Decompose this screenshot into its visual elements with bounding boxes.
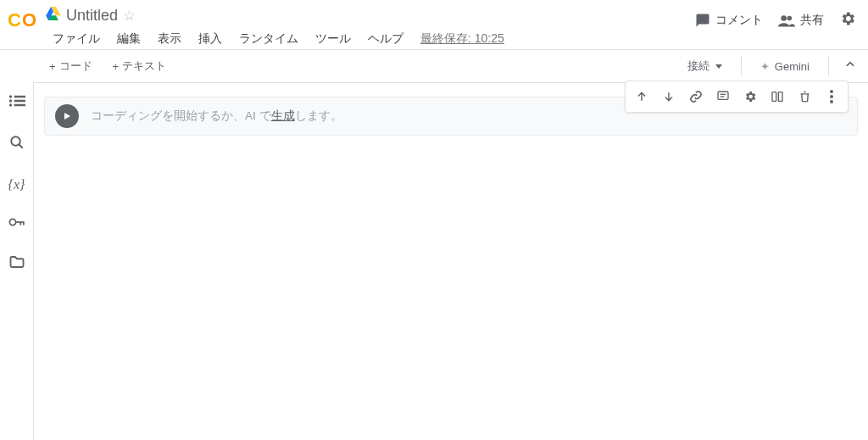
svg-line-9: [19, 144, 23, 148]
svg-rect-3: [14, 96, 25, 98]
connect-label: 接続: [687, 58, 709, 74]
delete-icon[interactable]: [792, 84, 817, 109]
share-button[interactable]: 共有: [778, 13, 824, 28]
menu-runtime[interactable]: ランタイム: [232, 29, 305, 49]
code-placeholder[interactable]: コーディングを開始するか、AI で生成します。: [91, 109, 342, 124]
add-text-label: テキスト: [122, 58, 166, 74]
svg-rect-5: [14, 100, 25, 103]
menu-insert[interactable]: 挿入: [192, 29, 229, 49]
move-down-icon[interactable]: [656, 84, 682, 109]
drive-icon: [46, 7, 61, 24]
svg-point-21: [830, 100, 833, 103]
colab-logo[interactable]: CO: [7, 5, 37, 36]
gemini-label: Gemini: [775, 60, 810, 73]
add-text-button[interactable]: + テキスト: [108, 55, 172, 77]
svg-point-2: [8, 95, 11, 97]
menu-file[interactable]: ファイル: [46, 29, 107, 49]
placeholder-post: します。: [295, 109, 342, 122]
menubar: ファイル 編集 表示 挿入 ランタイム ツール ヘルプ 最終保存: 10:25: [46, 29, 695, 49]
cell-toolbar: [625, 81, 849, 113]
add-code-button[interactable]: + コード: [44, 55, 97, 77]
files-icon[interactable]: [9, 255, 25, 272]
code-cell[interactable]: コーディングを開始するか、AI で生成します。: [44, 97, 858, 136]
sparkle-icon: ✦: [760, 60, 770, 73]
add-code-label: コード: [59, 58, 92, 74]
secrets-icon[interactable]: [8, 216, 25, 231]
search-icon[interactable]: [9, 135, 25, 153]
svg-point-20: [830, 95, 833, 98]
comment-icon[interactable]: [710, 84, 736, 109]
mirror-icon[interactable]: [765, 84, 790, 109]
generate-link[interactable]: 生成: [271, 109, 295, 122]
settings-icon[interactable]: [839, 10, 856, 31]
svg-point-8: [11, 136, 20, 146]
placeholder-pre: コーディングを開始するか、AI で: [91, 109, 271, 122]
star-icon[interactable]: ☆: [123, 7, 136, 25]
divider: [741, 56, 742, 76]
document-title[interactable]: Untitled: [66, 7, 118, 25]
share-label: 共有: [800, 13, 824, 28]
menu-tools[interactable]: ツール: [309, 29, 358, 49]
menu-view[interactable]: 表示: [151, 29, 188, 49]
svg-point-4: [8, 99, 11, 102]
svg-point-0: [781, 15, 787, 21]
comment-button[interactable]: コメント: [695, 13, 763, 28]
cell-settings-icon[interactable]: [737, 84, 763, 109]
collapse-button[interactable]: [841, 55, 860, 77]
last-saved[interactable]: 最終保存: 10:25: [414, 29, 511, 49]
comment-label: コメント: [715, 13, 763, 28]
svg-point-6: [8, 103, 11, 106]
svg-rect-18: [778, 92, 782, 102]
run-cell-button[interactable]: [55, 104, 79, 128]
svg-point-10: [9, 219, 15, 225]
svg-rect-7: [14, 104, 25, 107]
svg-rect-17: [772, 92, 776, 102]
gemini-button[interactable]: ✦ Gemini: [754, 57, 816, 76]
svg-point-19: [830, 90, 833, 93]
connect-button[interactable]: 接続: [681, 55, 729, 77]
link-icon[interactable]: [683, 84, 709, 109]
menu-help[interactable]: ヘルプ: [361, 29, 410, 49]
variables-icon[interactable]: {x}: [8, 177, 25, 192]
svg-rect-14: [718, 92, 728, 99]
more-icon[interactable]: [819, 84, 844, 109]
toc-icon[interactable]: [8, 94, 25, 111]
svg-point-1: [787, 16, 793, 21]
move-up-icon[interactable]: [629, 84, 654, 109]
divider: [828, 56, 829, 76]
menu-edit[interactable]: 編集: [110, 29, 147, 49]
